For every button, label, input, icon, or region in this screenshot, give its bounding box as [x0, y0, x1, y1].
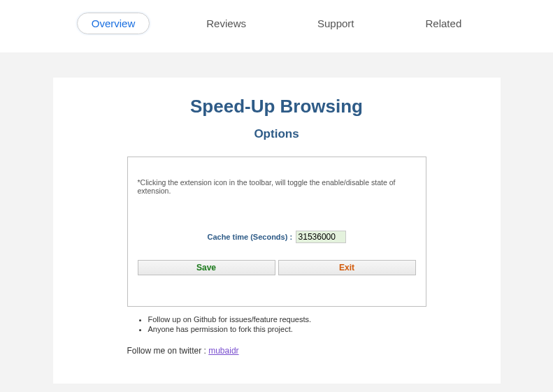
options-box: *Clicking the extension icon in the tool… — [127, 157, 426, 307]
exit-button[interactable]: Exit — [278, 260, 416, 275]
tab-reviews[interactable]: Reviews — [192, 13, 261, 34]
tab-overview[interactable]: Overview — [77, 13, 150, 34]
content-area: Speed-Up Browsing Options *Clicking the … — [0, 52, 553, 392]
nav-bar: Overview Reviews Support Related — [0, 0, 553, 52]
note-item: Anyone has permission to fork this proje… — [148, 325, 426, 333]
page-subtitle: Options — [53, 127, 501, 141]
page-title: Speed-Up Browsing — [53, 96, 501, 117]
follow-text: Follow me on twitter : — [127, 346, 209, 356]
tab-support[interactable]: Support — [303, 13, 369, 34]
cache-input[interactable] — [296, 231, 346, 243]
save-button[interactable]: Save — [138, 260, 275, 275]
twitter-link[interactable]: mubaidr — [208, 346, 238, 356]
cache-field-row: Cache time (Seconds) : — [138, 230, 416, 243]
cache-label: Cache time (Seconds) : — [207, 233, 292, 241]
tab-related[interactable]: Related — [411, 13, 477, 34]
note-item: Follow up on Github for issues/feature r… — [148, 315, 426, 324]
options-card: Speed-Up Browsing Options *Clicking the … — [53, 78, 501, 384]
notes-list: Follow up on Github for issues/feature r… — [127, 315, 426, 333]
button-row: Save Exit — [138, 260, 416, 275]
follow-line: Follow me on twitter : mubaidr — [127, 346, 426, 356]
hint-text: *Clicking the extension icon in the tool… — [138, 178, 416, 195]
